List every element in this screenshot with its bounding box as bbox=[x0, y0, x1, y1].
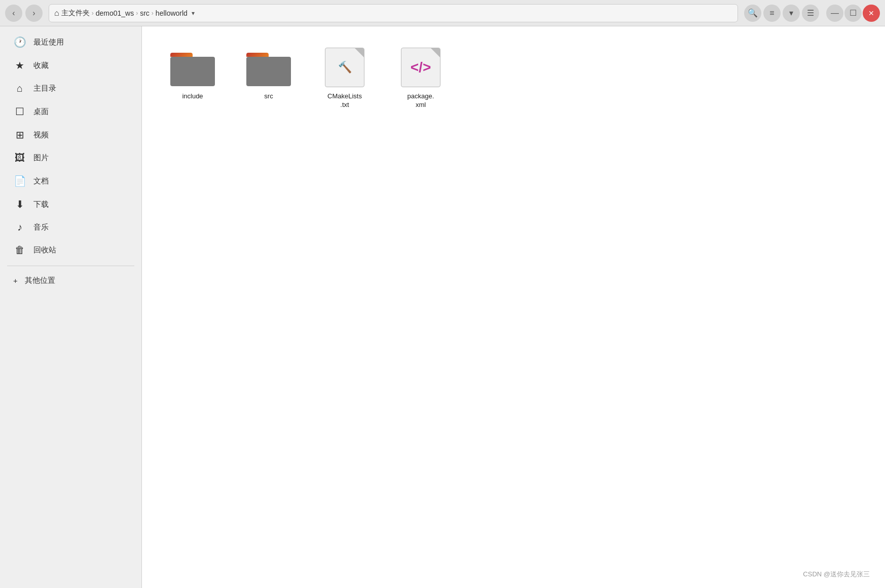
sidebar-label-favorites: 收藏 bbox=[33, 61, 49, 70]
cmake-icon-symbol: 🔨 bbox=[338, 61, 352, 74]
menu-button[interactable]: ☰ bbox=[802, 5, 819, 22]
search-button[interactable]: 🔍 bbox=[744, 5, 761, 22]
desktop-icon: ☐ bbox=[13, 105, 26, 118]
trash-icon: 🗑 bbox=[13, 244, 26, 256]
sidebar-item-documents[interactable]: 📄 文档 bbox=[3, 170, 138, 192]
sidebar-label-videos: 视频 bbox=[33, 130, 49, 140]
breadcrumb-sep2: › bbox=[136, 10, 138, 17]
sidebar-item-other-locations[interactable]: + 其他位置 bbox=[3, 271, 138, 290]
sidebar-label-downloads: 下载 bbox=[33, 200, 49, 209]
chevron-down-icon: ▾ bbox=[789, 8, 793, 18]
maximize-button[interactable]: ☐ bbox=[844, 5, 862, 22]
titlebar: ‹ › ⌂ 主文件夹 › demo01_ws › src › helloworl… bbox=[0, 0, 885, 26]
close-icon: ✕ bbox=[868, 9, 874, 17]
home-icon: ⌂ bbox=[54, 9, 59, 18]
file-item-include[interactable]: include bbox=[157, 42, 228, 116]
view-button[interactable]: ≡ bbox=[763, 5, 781, 22]
sidebar: 🕐 最近使用 ★ 收藏 ⌂ 主目录 ☐ 桌面 ⊞ 视频 🖼 图片 📄 文档 bbox=[0, 26, 142, 588]
sidebar-item-downloads[interactable]: ⬇ 下载 bbox=[3, 193, 138, 215]
file-label-include: include bbox=[182, 92, 203, 101]
cmake-file-icon: 🔨 bbox=[322, 48, 367, 88]
maximize-icon: ☐ bbox=[850, 8, 857, 18]
breadcrumb-ws-label: demo01_ws bbox=[96, 9, 134, 17]
breadcrumb-src[interactable]: src bbox=[140, 9, 150, 17]
minimize-button[interactable]: — bbox=[826, 5, 843, 22]
xml-icon-symbol: </> bbox=[411, 60, 431, 75]
watermark: CSDN @送你去见张三 bbox=[803, 570, 870, 579]
picture-icon: 🖼 bbox=[13, 152, 26, 164]
view-dropdown-button[interactable]: ▾ bbox=[783, 5, 800, 22]
sidebar-item-home[interactable]: ⌂ 主目录 bbox=[3, 78, 138, 99]
add-icon: + bbox=[13, 276, 18, 285]
sidebar-divider bbox=[7, 266, 134, 266]
breadcrumb-home-label: 主文件夹 bbox=[61, 9, 90, 18]
sidebar-item-recent[interactable]: 🕐 最近使用 bbox=[3, 31, 138, 53]
file-area: include src 🔨 CMakeLists.txt </> bbox=[142, 26, 885, 588]
back-button[interactable]: ‹ bbox=[5, 5, 22, 22]
sidebar-label-pictures: 图片 bbox=[33, 153, 49, 163]
forward-icon: › bbox=[32, 9, 35, 18]
sidebar-label-recent: 最近使用 bbox=[33, 38, 64, 47]
sidebar-label-desktop: 桌面 bbox=[33, 107, 49, 117]
sidebar-item-desktop[interactable]: ☐ 桌面 bbox=[3, 100, 138, 123]
breadcrumb-sep1: › bbox=[92, 10, 94, 17]
sidebar-label-trash: 回收站 bbox=[33, 245, 56, 255]
sidebar-label-documents: 文档 bbox=[33, 176, 49, 186]
file-label-cmakelists: CMakeLists.txt bbox=[327, 92, 362, 109]
breadcrumb: ⌂ 主文件夹 › demo01_ws › src › helloworld ▾ bbox=[49, 4, 738, 22]
titlebar-actions: 🔍 ≡ ▾ ☰ bbox=[744, 5, 819, 22]
sidebar-label-home: 主目录 bbox=[33, 84, 56, 93]
file-label-src: src bbox=[264, 92, 273, 101]
sidebar-item-music[interactable]: ♪ 音乐 bbox=[3, 216, 138, 238]
sidebar-label-other-locations: 其他位置 bbox=[25, 276, 55, 285]
sidebar-item-videos[interactable]: ⊞ 视频 bbox=[3, 124, 138, 146]
minimize-icon: — bbox=[831, 9, 839, 18]
breadcrumb-src-label: src bbox=[140, 9, 150, 17]
breadcrumb-helloworld[interactable]: helloworld ▾ bbox=[156, 9, 197, 18]
file-item-src[interactable]: src bbox=[233, 42, 304, 116]
main-layout: 🕐 最近使用 ★ 收藏 ⌂ 主目录 ☐ 桌面 ⊞ 视频 🖼 图片 📄 文档 bbox=[0, 26, 885, 588]
menu-icon: ☰ bbox=[807, 8, 814, 18]
breadcrumb-ws[interactable]: demo01_ws bbox=[96, 9, 134, 17]
xml-file-icon: </> bbox=[398, 48, 443, 88]
breadcrumb-home[interactable]: ⌂ 主文件夹 bbox=[54, 9, 90, 18]
file-label-packagexml: package.xml bbox=[408, 92, 434, 109]
home-icon: ⌂ bbox=[13, 83, 26, 94]
folder-icon-include bbox=[170, 48, 215, 88]
document-icon: 📄 bbox=[13, 175, 26, 187]
clock-icon: 🕐 bbox=[13, 36, 26, 48]
sidebar-label-music: 音乐 bbox=[33, 223, 49, 232]
file-item-cmakelists[interactable]: 🔨 CMakeLists.txt bbox=[309, 42, 380, 116]
search-icon: 🔍 bbox=[748, 8, 758, 18]
window-controls: — ☐ ✕ bbox=[826, 5, 880, 22]
forward-button[interactable]: › bbox=[25, 5, 43, 22]
close-button[interactable]: ✕ bbox=[863, 5, 880, 22]
sidebar-item-favorites[interactable]: ★ 收藏 bbox=[3, 54, 138, 77]
back-icon: ‹ bbox=[12, 9, 15, 18]
file-item-packagexml[interactable]: </> package.xml bbox=[385, 42, 456, 116]
view-icon: ≡ bbox=[769, 9, 774, 18]
breadcrumb-dropdown-button[interactable]: ▾ bbox=[190, 9, 197, 18]
video-icon: ⊞ bbox=[13, 129, 26, 141]
star-icon: ★ bbox=[13, 59, 26, 71]
breadcrumb-sep3: › bbox=[152, 10, 154, 17]
folder-icon-src bbox=[246, 48, 291, 88]
sidebar-item-pictures[interactable]: 🖼 图片 bbox=[3, 147, 138, 169]
download-icon: ⬇ bbox=[13, 198, 26, 210]
breadcrumb-helloworld-label: helloworld bbox=[156, 9, 188, 17]
sidebar-item-trash[interactable]: 🗑 回收站 bbox=[3, 239, 138, 261]
music-icon: ♪ bbox=[13, 222, 26, 233]
